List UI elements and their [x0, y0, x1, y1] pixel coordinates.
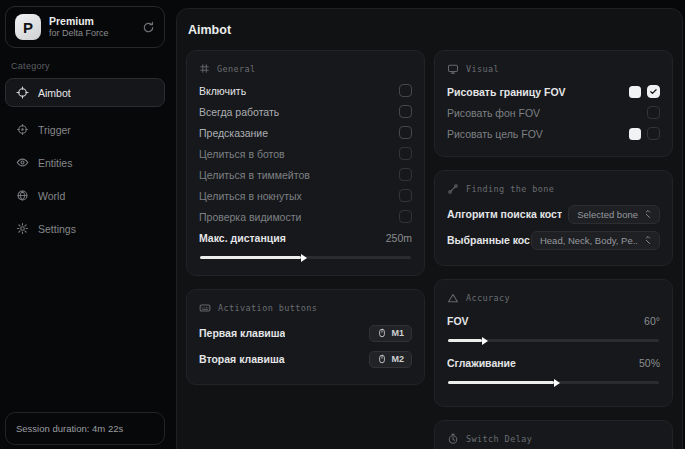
slider-label-row: FOV60° — [447, 310, 660, 331]
dropdown-row: Алгоритм поиска костSelected bone — [447, 201, 660, 227]
accuracy-card: Accuracy FOV60°Сглаживание50% — [434, 279, 673, 407]
toggle-label: Включить — [199, 85, 246, 97]
activation-card: Activation buttons Первая клавишаM1Втора… — [186, 289, 425, 385]
checkbox[interactable] — [399, 189, 412, 202]
license-card: P Premium for Delta Force — [5, 6, 165, 48]
toggle-label: Всегда работать — [199, 106, 279, 118]
eye-icon — [16, 156, 29, 169]
unfold-icon — [643, 209, 653, 219]
slider-label: Сглаживание — [447, 357, 516, 369]
mouse-icon — [377, 328, 387, 338]
sidebar-item-world[interactable]: World — [5, 181, 165, 210]
slider-label-row: Сглаживание50% — [447, 352, 660, 373]
visual-label: Рисовать цель FOV — [447, 128, 543, 140]
sidebar-item-aimbot[interactable]: Aimbot — [5, 78, 165, 107]
dropdown-label: Алгоритм поиска кост — [447, 208, 562, 220]
slider-value: 60° — [644, 315, 660, 327]
dropdown-row: Выбранные косHead, Neck, Body, Pe.. — [447, 227, 660, 253]
color-swatch[interactable] — [629, 86, 641, 98]
keybind-button[interactable]: M2 — [369, 351, 412, 368]
grid-icon — [199, 63, 210, 74]
toggle-row: Проверка видимости — [199, 206, 412, 227]
checkbox[interactable] — [399, 210, 412, 223]
monitor-icon — [447, 63, 459, 75]
visual-row: Рисовать фон FOV — [447, 102, 660, 123]
gear-icon — [16, 222, 29, 235]
keybind-row: Первая клавишаM1 — [199, 320, 412, 346]
sidebar-item-settings[interactable]: Settings — [5, 214, 165, 243]
section-title: Accuracy — [466, 293, 510, 303]
color-swatch[interactable] — [629, 128, 641, 140]
trigger-icon — [16, 123, 29, 136]
dropdown-value: Head, Neck, Body, Pe.. — [540, 235, 638, 246]
toggle-row: Целиться в нокнутых — [199, 185, 412, 206]
sidebar-nav: AimbotTriggerEntitiesWorldSettings — [5, 78, 165, 247]
toggle-label: Проверка видимости — [199, 211, 301, 223]
checkbox[interactable] — [399, 168, 412, 181]
sidebar-item-trigger[interactable]: Trigger — [5, 115, 165, 144]
sidebar-item-label: Trigger — [38, 124, 71, 136]
section-title: Finding the bone — [466, 184, 554, 194]
page-title: Aimbot — [188, 23, 673, 37]
dropdown-value: Selected bone — [577, 209, 638, 220]
sidebar: P Premium for Delta Force Category Aimbo… — [0, 0, 172, 449]
section-title: Visual — [466, 64, 499, 74]
sidebar-item-label: Settings — [38, 223, 76, 235]
section-title: General — [217, 64, 256, 74]
sidebar-item-entities[interactable]: Entities — [5, 148, 165, 177]
visual-label: Рисовать фон FOV — [447, 107, 540, 119]
section-title: Activation buttons — [218, 303, 317, 313]
slider-value: 250m — [386, 232, 412, 244]
checkbox[interactable] — [399, 84, 412, 97]
slider-label: Макс. дистанция — [199, 232, 286, 244]
slider-label: FOV — [447, 315, 469, 327]
section-title: Switch Delay — [466, 434, 532, 444]
checkbox[interactable] — [647, 127, 660, 140]
toggle-label: Целиться в нокнутых — [199, 190, 302, 202]
switch-delay-card: Switch Delay Задержка переключения Задер… — [434, 420, 673, 449]
toggle-label: Целиться в ботов — [199, 148, 285, 160]
crosshair-icon — [16, 86, 29, 99]
slider-value: 50% — [639, 357, 660, 369]
keyboard-icon — [199, 302, 211, 314]
keybind-value: M1 — [391, 328, 404, 338]
sidebar-item-label: World — [38, 190, 65, 202]
license-subtitle: for Delta Force — [49, 28, 134, 39]
visual-card: Visual Рисовать границу FOVРисовать фон … — [434, 50, 673, 157]
triangle-icon — [447, 292, 459, 304]
keybind-row: Вторая клавишаM2 — [199, 346, 412, 372]
sync-icon[interactable] — [142, 21, 155, 34]
checkbox[interactable] — [647, 85, 660, 98]
bone-icon — [447, 183, 459, 195]
visual-row: Рисовать цель FOV — [447, 123, 660, 144]
app-logo: P — [15, 14, 41, 40]
mouse-icon — [377, 354, 387, 364]
license-title: Premium — [49, 15, 134, 28]
visual-row: Рисовать границу FOV — [447, 81, 660, 102]
checkbox[interactable] — [647, 106, 660, 119]
toggle-row: Предсказание — [199, 122, 412, 143]
slider[interactable] — [448, 381, 659, 384]
toggle-row: Целиться в тиммейтов — [199, 164, 412, 185]
slider[interactable] — [448, 339, 659, 342]
keybind-button[interactable]: M1 — [369, 325, 412, 342]
dropdown-label: Выбранные кос — [447, 234, 530, 246]
globe-icon — [16, 189, 29, 202]
checkbox[interactable] — [399, 105, 412, 118]
max-distance-row: Макс. дистанция 250m — [199, 227, 412, 248]
category-label: Category — [11, 61, 165, 71]
toggle-row: Целиться в ботов — [199, 143, 412, 164]
dropdown[interactable]: Head, Neck, Body, Pe.. — [531, 231, 660, 250]
checkbox[interactable] — [399, 126, 412, 139]
keybind-label: Первая клавиша — [199, 327, 285, 339]
toggle-row: Всегда работать — [199, 101, 412, 122]
session-duration: Session duration: 4m 22s — [5, 412, 165, 445]
general-card: General ВключитьВсегда работатьПредсказа… — [186, 50, 425, 276]
toggle-label: Предсказание — [199, 127, 268, 139]
keybind-value: M2 — [391, 354, 404, 364]
max-distance-slider[interactable] — [200, 256, 411, 259]
checkbox[interactable] — [399, 147, 412, 160]
bone-card: Finding the bone Алгоритм поиска костSel… — [434, 170, 673, 266]
dropdown[interactable]: Selected bone — [568, 205, 660, 224]
toggle-row: Включить — [199, 80, 412, 101]
